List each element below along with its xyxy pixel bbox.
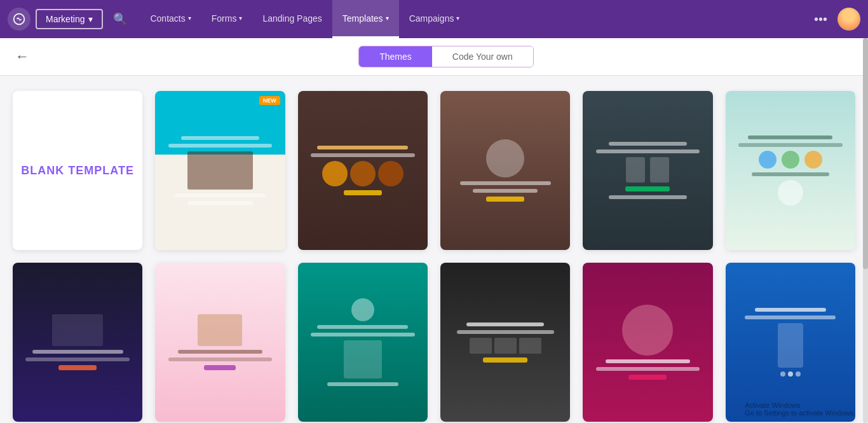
- forms-label: Forms: [212, 13, 237, 24]
- preview-line: [466, 322, 545, 326]
- preview-line: [609, 142, 687, 146]
- nav-landing-pages[interactable]: Landing Pages: [252, 0, 332, 38]
- template-overlay: [298, 263, 428, 422]
- back-button[interactable]: ←: [15, 48, 29, 65]
- template-preview: [13, 263, 142, 422]
- food-icon-3: [378, 161, 403, 186]
- template-corporate[interactable]: [13, 263, 142, 422]
- food-icon-2: [350, 161, 376, 186]
- dot-1: [780, 371, 785, 377]
- system-icon: [351, 298, 374, 321]
- search-button[interactable]: 🔍: [113, 12, 127, 26]
- preview-line: [168, 144, 272, 148]
- contacts-caret-icon: ▾: [188, 15, 191, 22]
- templates-caret-icon: ▾: [386, 15, 389, 22]
- preview-rect: [187, 151, 252, 190]
- template-grid: BLANK TEMPLATE NEW: [13, 91, 855, 422]
- preview-line: [457, 330, 554, 334]
- template-preview: [155, 263, 285, 422]
- template-overlay: [726, 91, 855, 250]
- preview-line: [606, 359, 690, 363]
- scrollbar-thumb[interactable]: [863, 38, 868, 269]
- preview-button: [486, 197, 524, 202]
- preview-line: [178, 350, 262, 354]
- template-overlay: [440, 263, 570, 422]
- code-your-own-toggle-button[interactable]: Code Your own: [432, 46, 533, 67]
- nav-templates[interactable]: Templates ▾: [332, 0, 399, 38]
- img-1: [470, 338, 492, 354]
- template-coffee[interactable]: [440, 91, 570, 250]
- template-overlay: [155, 91, 285, 250]
- sub-header: ← Themes Code Your own: [0, 38, 868, 76]
- template-modern[interactable]: [298, 263, 428, 422]
- img-2: [494, 338, 517, 354]
- template-preview: NEW: [155, 91, 285, 250]
- template-event[interactable]: [440, 263, 570, 422]
- more-options-button[interactable]: •••: [809, 12, 832, 27]
- templates-label: Templates: [342, 13, 383, 24]
- campaigns-caret-icon: ▾: [456, 15, 459, 22]
- nav-forms[interactable]: Forms ▾: [201, 0, 253, 38]
- template-headphones[interactable]: NEW: [155, 91, 285, 250]
- themes-toggle-button[interactable]: Themes: [359, 46, 432, 67]
- app-logo[interactable]: [8, 8, 31, 31]
- preview-images: [470, 338, 541, 354]
- template-app[interactable]: [726, 263, 855, 422]
- forms-caret-icon: ▾: [239, 15, 242, 22]
- nav-campaigns[interactable]: Campaigns ▾: [399, 0, 470, 38]
- template-blank[interactable]: BLANK TEMPLATE: [13, 91, 142, 250]
- img-3: [519, 338, 541, 354]
- campaigns-label: Campaigns: [409, 13, 454, 24]
- nav-links: Contacts ▾ Forms ▾ Landing Pages Templat…: [140, 0, 804, 38]
- template-overlay: [583, 263, 712, 422]
- template-interior[interactable]: [155, 263, 285, 422]
- food-icon-1: [322, 161, 348, 186]
- preview-line: [473, 189, 538, 193]
- preview-button: [628, 375, 667, 380]
- preview-dots: [780, 371, 801, 377]
- view-toggle-group: Themes Code Your own: [358, 46, 534, 67]
- stat-3: [804, 151, 822, 169]
- preview-button: [344, 190, 382, 195]
- template-lipstik[interactable]: [583, 263, 712, 422]
- preview-line: [738, 143, 842, 147]
- search-icon: 🔍: [113, 13, 127, 25]
- template-overlay: [13, 263, 142, 422]
- preview-people: [626, 157, 669, 183]
- preview-line: [596, 367, 700, 371]
- preview-line: [327, 382, 398, 386]
- preview-line: [609, 195, 687, 199]
- stat-2: [782, 151, 799, 169]
- preview-line: [25, 357, 129, 361]
- preview-button: [625, 186, 670, 191]
- contacts-label: Contacts: [150, 13, 185, 24]
- lips-image: [622, 305, 673, 356]
- stat-1: [759, 151, 776, 169]
- sofa-image: [198, 314, 242, 346]
- avatar[interactable]: [837, 8, 860, 31]
- template-life[interactable]: [583, 91, 712, 250]
- nav-contacts[interactable]: Contacts ▾: [140, 0, 201, 38]
- preview-line: [311, 333, 414, 336]
- preview-line: [748, 135, 832, 139]
- person-photo: [344, 340, 382, 378]
- person-2: [650, 157, 669, 183]
- preview-line: [317, 146, 408, 149]
- template-preview: [726, 91, 855, 250]
- template-overlay: [298, 91, 428, 250]
- preview-button: [204, 365, 236, 370]
- template-food[interactable]: [298, 91, 428, 250]
- preview-line: [32, 350, 123, 354]
- preview-line: [187, 201, 252, 205]
- template-preview: [583, 263, 712, 422]
- coffee-cup: [486, 139, 524, 177]
- preview-line: [745, 316, 836, 319]
- marketing-dropdown-button[interactable]: Marketing ▾: [36, 9, 103, 29]
- marketing-caret-icon: ▾: [88, 14, 93, 24]
- template-education[interactable]: [726, 91, 855, 250]
- template-preview: [726, 263, 855, 422]
- preview-line: [596, 149, 700, 153]
- scrollbar[interactable]: [863, 38, 868, 423]
- preview-line: [317, 325, 408, 329]
- template-preview: [298, 91, 428, 250]
